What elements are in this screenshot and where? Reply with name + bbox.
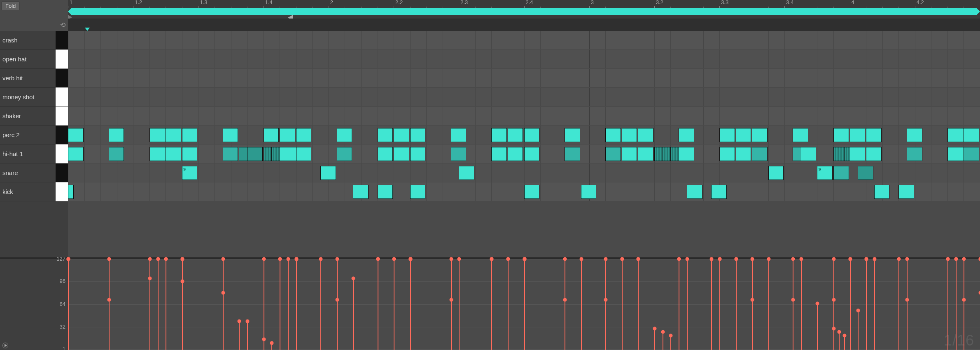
velocity-handle[interactable] — [563, 257, 567, 261]
velocity-handle[interactable] — [897, 257, 901, 261]
velocity-handle[interactable] — [686, 257, 689, 261]
note-lane[interactable] — [68, 31, 980, 50]
velocity-stem[interactable] — [158, 259, 159, 350]
midi-note[interactable] — [565, 128, 580, 142]
velocity-stem[interactable] — [866, 259, 867, 350]
velocity-handle[interactable] — [392, 257, 396, 261]
midi-note[interactable] — [768, 166, 784, 180]
velocity-handle[interactable] — [962, 257, 966, 261]
insert-marker-icon[interactable] — [85, 28, 90, 31]
velocity-handle[interactable] — [278, 257, 282, 261]
midi-note[interactable] — [907, 128, 922, 142]
velocity-stem[interactable] — [679, 259, 679, 350]
velocity-stem[interactable] — [149, 259, 150, 350]
midi-note[interactable] — [68, 147, 84, 161]
velocity-stem[interactable] — [459, 259, 460, 350]
velocity-stem[interactable] — [394, 259, 394, 350]
velocity-handle[interactable] — [335, 257, 339, 261]
velocity-handle[interactable] — [856, 309, 860, 313]
midi-note[interactable] — [491, 147, 507, 161]
midi-note[interactable] — [622, 128, 637, 142]
track-label[interactable]: verb hit — [0, 69, 56, 88]
midi-note[interactable] — [638, 128, 653, 142]
velocity-stem[interactable] — [182, 281, 183, 350]
piano-key[interactable] — [56, 163, 68, 182]
midi-note[interactable] — [736, 147, 751, 161]
velocity-stem[interactable] — [752, 300, 753, 350]
velocity-stem[interactable] — [947, 259, 948, 350]
velocity-handle[interactable] — [751, 298, 754, 302]
velocity-handle[interactable] — [107, 298, 111, 302]
midi-note[interactable] — [68, 185, 74, 199]
note-lane[interactable] — [68, 50, 980, 69]
midi-note[interactable] — [68, 128, 84, 142]
midi-note[interactable] — [850, 147, 866, 161]
velocity-handle[interactable] — [107, 257, 111, 261]
note-lane[interactable] — [68, 145, 980, 163]
velocity-handle[interactable] — [352, 276, 355, 280]
velocity-handle[interactable] — [620, 257, 624, 261]
midi-note[interactable] — [337, 128, 352, 142]
velocity-stem[interactable] — [353, 278, 354, 350]
track-label[interactable]: shaker — [0, 107, 56, 126]
midi-note[interactable] — [109, 147, 124, 161]
velocity-handle[interactable] — [838, 330, 841, 334]
velocity-stem[interactable] — [736, 259, 737, 350]
midi-note[interactable] — [166, 128, 181, 142]
midi-note[interactable] — [109, 128, 124, 142]
velocity-handle[interactable] — [962, 298, 966, 302]
fold-button[interactable]: Fold — [2, 2, 19, 10]
velocity-stem[interactable] — [844, 336, 845, 350]
velocity-stem[interactable] — [491, 259, 492, 350]
velocity-handle[interactable] — [669, 334, 673, 338]
velocity-handle[interactable] — [767, 257, 770, 261]
velocity-stem[interactable] — [288, 259, 289, 350]
velocity-handle[interactable] — [286, 257, 290, 261]
velocity-stem[interactable] — [850, 259, 851, 350]
midi-note[interactable] — [736, 128, 751, 142]
midi-note[interactable] — [874, 185, 890, 199]
midi-note[interactable] — [451, 128, 467, 142]
velocity-handle[interactable] — [246, 320, 250, 323]
velocity-handle[interactable] — [637, 257, 640, 261]
note-lane[interactable] — [68, 107, 980, 126]
velocity-handle[interactable] — [180, 257, 184, 261]
velocity-stem[interactable] — [605, 300, 606, 350]
midi-note[interactable] — [679, 128, 694, 142]
velocity-stem[interactable] — [565, 300, 565, 350]
velocity-handle[interactable] — [843, 334, 847, 338]
midi-note[interactable] — [459, 166, 474, 180]
midi-note[interactable] — [378, 128, 393, 142]
velocity-handle[interactable] — [579, 257, 583, 261]
midi-note[interactable] — [964, 147, 979, 161]
midi-note[interactable] — [394, 128, 409, 142]
velocity-stem[interactable] — [581, 259, 582, 350]
midi-note[interactable] — [964, 128, 979, 142]
velocity-stem[interactable] — [711, 259, 712, 350]
velocity-stem[interactable] — [858, 310, 859, 350]
velocity-handle[interactable] — [270, 341, 274, 345]
velocity-handle[interactable] — [449, 298, 453, 302]
velocity-play-icon[interactable] — [2, 343, 8, 348]
velocity-stem[interactable] — [670, 336, 671, 350]
velocity-handle[interactable] — [449, 257, 453, 261]
note-lane[interactable] — [68, 182, 980, 201]
track-label[interactable]: hi-hat 1 — [0, 145, 56, 163]
note-lane[interactable] — [68, 126, 980, 145]
velocity-handle[interactable] — [905, 298, 909, 302]
velocity-stem[interactable] — [280, 259, 280, 350]
velocity-stem[interactable] — [378, 259, 378, 350]
piano-key[interactable] — [56, 31, 68, 50]
velocity-stem[interactable] — [264, 259, 264, 350]
midi-note[interactable] — [679, 147, 694, 161]
midi-note[interactable] — [565, 147, 580, 161]
midi-note[interactable] — [858, 166, 873, 180]
track-label[interactable]: crash — [0, 31, 56, 50]
velocity-handle[interactable] — [832, 298, 836, 302]
midi-note[interactable] — [907, 147, 922, 161]
midi-note[interactable] — [524, 147, 540, 161]
velocity-stem[interactable] — [817, 303, 818, 350]
midi-note[interactable] — [353, 185, 369, 199]
midi-note[interactable] — [719, 128, 735, 142]
velocity-handle[interactable] — [832, 257, 836, 261]
